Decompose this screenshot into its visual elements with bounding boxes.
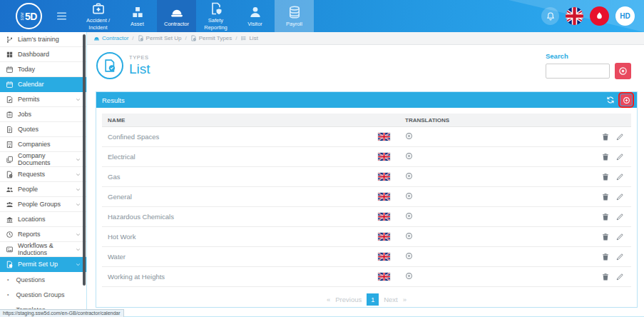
sidebar-item-people-groups[interactable]: People Groups [0, 197, 86, 212]
permit-type-name: Hot Work [102, 233, 378, 241]
add-translation-button[interactable] [405, 192, 413, 200]
top-nav-safety-reporting[interactable]: SafetyReporting [196, 0, 235, 32]
edit-button[interactable] [615, 193, 624, 201]
breadcrumb-icon [190, 35, 197, 41]
top-nav-asset[interactable]: Asset [118, 0, 157, 32]
next-link[interactable]: Next [384, 296, 398, 303]
sidebar-item-icon [6, 171, 14, 178]
top-nav-contractor[interactable]: Contractor [157, 0, 196, 32]
delete-button[interactable] [601, 153, 610, 161]
top-nav-payroll[interactable]: Payroll [275, 0, 314, 32]
sidebar-item-quotes[interactable]: Quotes [0, 122, 86, 137]
menu-button[interactable] [56, 10, 68, 22]
add-translation-button[interactable] [405, 212, 413, 220]
sidebar-item-reports[interactable]: Reports [0, 227, 86, 242]
delete-button[interactable] [601, 173, 610, 181]
delete-button[interactable] [601, 133, 610, 141]
delete-button[interactable] [601, 193, 610, 201]
edit-button[interactable] [615, 173, 624, 181]
trash-icon [601, 213, 610, 221]
breadcrumb-permit-set-up[interactable]: Permit Set Up [138, 35, 182, 41]
pagination: « Previous 1 Next » [96, 287, 637, 313]
sidebar-item-company-documents[interactable]: Company Documents [0, 152, 86, 167]
delete-button[interactable] [601, 273, 610, 281]
sidebar-item-label: Permits [18, 96, 40, 103]
sidebar-item-liam-s-training[interactable]: Liam's training [0, 32, 86, 47]
add-translation-button[interactable] [405, 252, 413, 260]
sidebar-item-icon [6, 201, 14, 208]
edit-button[interactable] [615, 153, 624, 161]
flag-cell [378, 233, 405, 241]
sidebar-item-jobs[interactable]: Jobs [0, 107, 86, 122]
sidebar-item-icon [6, 216, 14, 223]
plus-circle-icon [405, 172, 413, 180]
search-clear-button[interactable] [615, 63, 631, 79]
user-avatar[interactable]: HD [615, 6, 635, 26]
sidebar-item-today[interactable]: Today [0, 62, 86, 77]
sidebar-item-label: Calendar [18, 81, 44, 88]
next-arrow[interactable]: » [403, 296, 407, 303]
plus-circle-icon [405, 272, 413, 280]
sidebar-item-permits[interactable]: Permits [0, 92, 86, 107]
sidebar-item-workflows-inductions[interactable]: Workflows & Inductions [0, 242, 86, 257]
sidebar-item-people[interactable]: People [0, 182, 86, 197]
nav-icon [170, 5, 184, 19]
sidebar-item-label: Permit Set Up [18, 261, 58, 268]
add-translation-button[interactable] [405, 272, 413, 280]
search-input[interactable] [546, 64, 610, 79]
sidebar-item-calendar[interactable]: Calendar [0, 77, 86, 92]
add-translation-button[interactable] [405, 132, 413, 140]
sidebar-item-locations[interactable]: Locations [0, 212, 86, 227]
delete-button[interactable] [601, 233, 610, 241]
sidebar-subitem-questions[interactable]: Questions [0, 272, 86, 287]
top-nav-visitor[interactable]: Visitor [235, 0, 275, 32]
add-translation-button[interactable] [405, 172, 413, 180]
sidebar-scrollbar[interactable] [83, 34, 86, 286]
table-body: Confined Spaces Electrical [102, 127, 631, 287]
edit-button[interactable] [615, 233, 624, 241]
trash-icon [601, 253, 610, 261]
permit-type-name: Gas [102, 173, 378, 181]
sidebar-item-permit-set-up[interactable]: Permit Set Up [0, 257, 86, 272]
table-row: Gas [102, 167, 631, 187]
top-nav-accident-incident[interactable]: Accident /Incident [78, 0, 118, 32]
trash-icon [601, 233, 610, 241]
breadcrumb-list[interactable]: List [240, 35, 257, 41]
prev-link[interactable]: Previous [335, 296, 362, 303]
notifications-button[interactable] [541, 7, 559, 25]
delete-button[interactable] [601, 213, 610, 221]
sidebar-subitem-question-groups[interactable]: Question Groups [0, 287, 86, 302]
breadcrumb-permit-types[interactable]: Permit Types [190, 35, 232, 41]
edit-button[interactable] [615, 213, 624, 221]
delete-button[interactable] [601, 253, 610, 261]
uk-flag-icon [378, 153, 390, 161]
current-page[interactable]: 1 [367, 293, 379, 306]
pencil-icon [615, 153, 624, 161]
add-permit-type-button[interactable] [620, 94, 632, 106]
add-translation-button[interactable] [405, 152, 413, 160]
sidebar-item-companies[interactable]: Companies [0, 137, 86, 152]
add-translation-button[interactable] [405, 232, 413, 240]
edit-button[interactable] [615, 253, 624, 261]
sidebar-subitem-label: Questions [16, 276, 45, 283]
edit-button[interactable] [615, 133, 624, 141]
breadcrumb-label: Contractor [102, 35, 128, 41]
nav-icon [209, 1, 223, 16]
alerts-button[interactable] [590, 6, 609, 26]
permit-type-name: Working at Heights [102, 273, 378, 281]
sidebar-item-requests[interactable]: Requests [0, 167, 86, 182]
sidebar-item-label: Company Documents [18, 152, 71, 166]
prev-arrow[interactable]: « [327, 296, 330, 303]
sidebar-item-icon [6, 96, 14, 104]
column-translations: TRANSLATIONS [405, 117, 586, 124]
main-content: Contractor / Permit Set Up / Permit Type… [86, 32, 644, 317]
table-row: Water [102, 247, 631, 267]
flag-cell [378, 213, 405, 221]
language-button[interactable] [566, 7, 583, 25]
chevron-down-icon [75, 186, 81, 193]
sidebar-item-dashboard[interactable]: Dashboard [0, 47, 86, 62]
refresh-button[interactable] [606, 96, 615, 104]
edit-button[interactable] [615, 273, 624, 281]
breadcrumb-contractor[interactable]: Contractor [93, 35, 128, 41]
row-actions [586, 273, 631, 281]
